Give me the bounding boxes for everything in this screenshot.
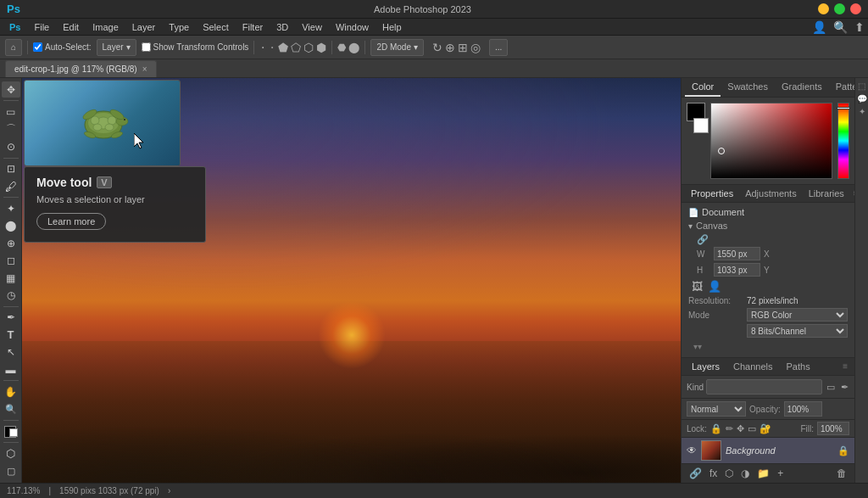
screen-mode-btn[interactable]: ▢ <box>2 463 20 479</box>
menu-type[interactable]: Type <box>163 20 195 34</box>
tab-color[interactable]: Color <box>685 78 721 97</box>
move-tool-btn[interactable]: ✥ <box>2 81 20 98</box>
align-center-h-icon[interactable]: ⬞ <box>269 41 275 54</box>
panel-icon-3[interactable]: ✦ <box>859 107 865 116</box>
shape-tool-btn[interactable]: ▬ <box>2 361 20 378</box>
layers-search-input[interactable] <box>706 379 822 394</box>
opacity-input[interactable] <box>784 401 822 417</box>
color-gradient-picker[interactable] <box>710 103 832 179</box>
align-center-v-icon[interactable]: ⬡ <box>303 41 314 54</box>
doc-tab-close-btn[interactable]: × <box>142 64 147 74</box>
type-tool-btn[interactable]: T <box>2 327 20 343</box>
mode-dropdown[interactable]: 2D Mode ▾ <box>370 39 424 56</box>
tab-properties[interactable]: Properties <box>685 185 739 202</box>
share-icon[interactable]: ⬆ <box>854 20 865 34</box>
search-icon[interactable]: 🔍 <box>833 20 848 34</box>
tab-paths[interactable]: Paths <box>780 358 817 375</box>
canvas-x-input[interactable] <box>781 247 827 260</box>
3d-scale-icon[interactable]: ⊞ <box>458 41 468 54</box>
maximize-btn[interactable] <box>834 3 845 14</box>
canvas-collapse-icon[interactable]: ▾ <box>688 221 693 231</box>
tab-gradients[interactable]: Gradients <box>775 78 829 97</box>
canvas-width-input[interactable] <box>714 247 760 260</box>
path-select-tool-btn[interactable]: ↖ <box>2 344 20 360</box>
close-btn[interactable] <box>850 3 861 14</box>
layers-filter-icon1[interactable]: ▭ <box>825 381 837 394</box>
crop-tool-btn[interactable]: ⊡ <box>2 160 20 176</box>
move-tool-home-btn[interactable]: ⌂ <box>5 39 22 56</box>
tab-channels[interactable]: Channels <box>726 358 779 375</box>
align-top-icon[interactable]: ⬠ <box>291 41 301 54</box>
layers-filter-icon2[interactable]: ✒ <box>839 381 850 394</box>
align-bottom-icon[interactable]: ⬢ <box>316 41 326 54</box>
lasso-tool-btn[interactable]: ⌒ <box>2 121 20 137</box>
status-arrow[interactable]: › <box>168 486 170 495</box>
eyedropper-tool-btn[interactable]: 🖋 <box>2 178 20 194</box>
lock-position-icon[interactable]: ✥ <box>737 423 744 434</box>
lock-all-icon[interactable]: 🔐 <box>760 423 771 434</box>
more-options-btn[interactable]: ... <box>489 39 508 56</box>
canvas-icon-2[interactable]: 👤 <box>708 280 721 293</box>
layer-effects-btn[interactable]: fx <box>707 467 720 480</box>
layers-panel-more-btn[interactable]: ≡ <box>839 358 851 375</box>
3d-orbit-icon[interactable]: ◎ <box>470 41 481 54</box>
panel-icon-2[interactable]: 💬 <box>857 94 867 104</box>
gradient-tool-btn[interactable]: ▦ <box>2 270 20 286</box>
menu-3d[interactable]: 3D <box>270 20 294 34</box>
menu-filter[interactable]: Filter <box>236 20 269 34</box>
canvas-icon-1[interactable]: 🖼 <box>692 280 703 293</box>
panel-icon-1[interactable]: ⬚ <box>858 81 865 91</box>
quick-mask-btn[interactable]: ⬡ <box>2 445 20 462</box>
hue-bar[interactable] <box>837 103 849 179</box>
menu-ps[interactable]: Ps <box>3 20 26 34</box>
fill-input[interactable] <box>817 422 849 435</box>
tab-adjustments[interactable]: Adjustments <box>739 185 803 202</box>
auto-select-dropdown[interactable]: Layer ▾ <box>97 39 136 56</box>
link-layers-btn[interactable]: 🔗 <box>687 467 704 480</box>
healing-brush-tool-btn[interactable]: ✦ <box>2 200 20 216</box>
dodge-tool-btn[interactable]: ◷ <box>2 287 20 303</box>
menu-view[interactable]: View <box>296 20 328 34</box>
menu-help[interactable]: Help <box>376 20 408 34</box>
canvas-y-input[interactable] <box>781 263 827 277</box>
depth-select[interactable]: 8 Bits/Channel <box>747 324 848 338</box>
tab-layers[interactable]: Layers <box>685 358 726 375</box>
rectangular-marquee-tool-btn[interactable]: ▭ <box>2 104 20 120</box>
align-left-icon[interactable]: ⬝ <box>259 41 266 54</box>
lock-transparency-icon[interactable]: 🔒 <box>710 423 722 434</box>
hand-tool-btn[interactable]: ✋ <box>2 383 20 400</box>
pen-tool-btn[interactable]: ✒ <box>2 310 20 326</box>
minimize-btn[interactable] <box>818 3 829 14</box>
lock-paint-icon[interactable]: ✏ <box>726 423 733 434</box>
document-tab[interactable]: edit-crop-1.jpg @ 117% (RGB/8) × <box>5 60 157 77</box>
zoom-tool-btn[interactable]: 🔍 <box>2 401 20 417</box>
mode-select[interactable]: RGB Color <box>747 308 848 322</box>
blend-mode-select[interactable]: Normal <box>687 401 746 417</box>
canvas-height-input[interactable] <box>714 263 760 277</box>
background-swatch[interactable] <box>693 118 709 133</box>
tab-libraries[interactable]: Libraries <box>803 185 850 202</box>
menu-select[interactable]: Select <box>197 20 235 34</box>
distribute-h-icon[interactable]: ⬣ <box>337 42 346 53</box>
show-transform-checkbox[interactable] <box>142 42 151 52</box>
canvas-area[interactable]: Move tool V Moves a selection or layer L… <box>22 78 681 483</box>
menu-edit[interactable]: Edit <box>57 20 85 34</box>
3d-rotate-icon[interactable]: ↻ <box>432 41 442 54</box>
menu-file[interactable]: File <box>28 20 55 34</box>
eraser-tool-btn[interactable]: ◻ <box>2 252 20 268</box>
quick-select-tool-btn[interactable]: ⊙ <box>2 138 20 154</box>
menu-window[interactable]: Window <box>330 20 375 34</box>
3d-move-icon[interactable]: ⊕ <box>445 41 455 54</box>
clone-stamp-tool-btn[interactable]: ⊕ <box>2 235 20 251</box>
tab-swatches[interactable]: Swatches <box>721 78 775 97</box>
menu-image[interactable]: Image <box>86 20 125 34</box>
create-layer-btn[interactable]: + <box>775 467 786 480</box>
delete-layer-btn[interactable]: 🗑 <box>834 467 849 480</box>
create-new-fill-btn[interactable]: ◑ <box>738 467 752 480</box>
distribute-v-icon[interactable]: ⬤ <box>348 42 359 53</box>
layer-visibility-icon[interactable]: 👁 <box>687 445 697 456</box>
props-more-btn[interactable]: ▾▾ <box>688 340 848 353</box>
align-right-icon[interactable]: ⬟ <box>278 41 288 54</box>
user-account-icon[interactable]: 👤 <box>812 20 826 34</box>
learn-more-button[interactable]: Learn more <box>36 213 106 230</box>
